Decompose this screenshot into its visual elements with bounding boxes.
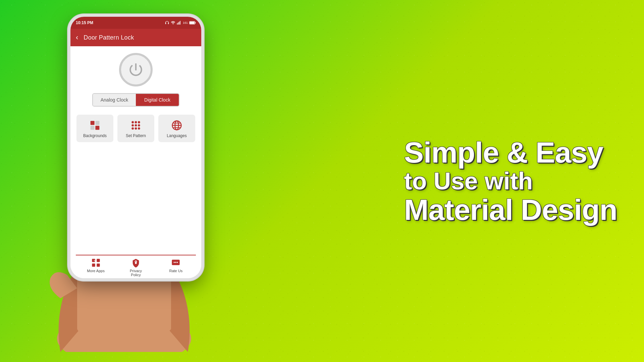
more-apps-icon xyxy=(91,258,101,267)
svg-point-34 xyxy=(177,262,178,263)
svg-point-11 xyxy=(131,121,134,123)
analog-clock-button[interactable]: Analog Clock xyxy=(93,94,136,106)
svg-point-15 xyxy=(135,124,137,127)
privacy-policy-nav-item[interactable]: PrivacyPolicy xyxy=(116,258,156,277)
power-icon xyxy=(127,61,144,78)
bottom-navigation: More Apps PrivacyPolicy xyxy=(76,255,196,278)
svg-point-14 xyxy=(131,124,134,127)
promo-line1: Simple & Easy xyxy=(404,138,617,167)
svg-point-32 xyxy=(174,262,175,263)
battery-icon xyxy=(189,21,196,25)
feature-grid: Backgrounds xyxy=(76,115,196,142)
rate-us-icon xyxy=(171,258,180,267)
more-apps-nav-item[interactable]: More Apps xyxy=(76,258,116,277)
svg-point-18 xyxy=(135,127,137,130)
svg-rect-6 xyxy=(190,21,194,24)
rate-us-label: Rate Us xyxy=(169,269,182,273)
svg-rect-0 xyxy=(177,23,178,24)
backgrounds-icon xyxy=(90,120,100,131)
backgrounds-label: Backgrounds xyxy=(83,133,107,138)
promo-text-container: Simple & Easy to Use with Material Desig… xyxy=(404,138,617,225)
svg-rect-1 xyxy=(178,22,178,24)
backgrounds-button[interactable]: Backgrounds xyxy=(76,115,113,142)
privacy-icon xyxy=(131,258,141,267)
promo-line3: Material Design xyxy=(404,195,617,224)
languages-button[interactable]: Languages xyxy=(158,115,195,142)
status-icons: 161 xyxy=(165,20,196,25)
headphone-icon xyxy=(165,20,169,25)
back-button[interactable]: ‹ xyxy=(76,33,78,42)
svg-rect-3 xyxy=(180,21,180,24)
promo-line2: to Use with xyxy=(404,167,617,195)
svg-rect-2 xyxy=(179,22,179,25)
more-apps-label: More Apps xyxy=(87,269,105,273)
svg-point-19 xyxy=(138,127,140,130)
status-bar: 10:15 PM 161 xyxy=(70,17,201,29)
svg-point-13 xyxy=(138,121,140,123)
clock-toggle: Analog Clock Digital Clock xyxy=(92,93,179,107)
set-pattern-button[interactable]: Set Pattern xyxy=(117,115,154,142)
svg-point-35 xyxy=(57,312,191,352)
phone-content: Analog Clock Digital Clock xyxy=(70,46,201,278)
svg-point-17 xyxy=(131,127,134,130)
svg-rect-5 xyxy=(195,22,196,23)
svg-point-12 xyxy=(135,121,137,123)
set-pattern-label: Set Pattern xyxy=(126,133,146,138)
svg-point-16 xyxy=(138,124,140,127)
svg-rect-27 xyxy=(92,263,95,266)
svg-rect-10 xyxy=(95,126,99,130)
status-time: 10:15 PM xyxy=(76,20,93,25)
phone-container: 10:15 PM 161 ‹ Door Pattern Lock xyxy=(54,7,228,342)
svg-point-33 xyxy=(175,262,177,263)
pattern-icon xyxy=(130,120,141,131)
svg-rect-26 xyxy=(97,259,100,262)
app-title: Door Pattern Lock xyxy=(84,34,134,41)
data-indicator: 161 xyxy=(183,21,188,24)
wifi-icon xyxy=(171,20,175,25)
digital-clock-button[interactable]: Digital Clock xyxy=(136,94,179,106)
phone-frame: 10:15 PM 161 ‹ Door Pattern Lock xyxy=(70,17,201,278)
app-bar: ‹ Door Pattern Lock xyxy=(70,29,201,46)
languages-label: Languages xyxy=(167,133,186,138)
svg-rect-9 xyxy=(91,126,95,130)
languages-icon xyxy=(171,120,182,131)
svg-rect-28 xyxy=(97,263,100,266)
power-button-display xyxy=(119,53,153,86)
privacy-policy-label: PrivacyPolicy xyxy=(130,269,142,277)
signal-icon xyxy=(177,20,181,25)
scene: 10:15 PM 161 ‹ Door Pattern Lock xyxy=(0,0,644,362)
svg-rect-8 xyxy=(95,121,99,125)
svg-rect-7 xyxy=(91,121,95,125)
rate-us-nav-item[interactable]: Rate Us xyxy=(156,258,196,277)
